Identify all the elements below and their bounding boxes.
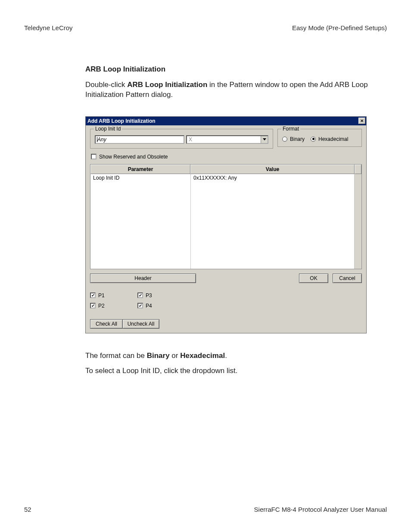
header-left: Teledyne LeCroy xyxy=(24,24,73,31)
format-group-label: Format xyxy=(281,126,300,132)
header-button[interactable]: Header xyxy=(90,274,196,283)
loop-init-id-text[interactable]: Any xyxy=(95,135,184,144)
loop-init-id-combo[interactable]: X xyxy=(186,135,268,144)
header-right: Easy Mode (Pre-Defined Setups) xyxy=(292,24,387,31)
loop-init-id-group-label: Loop Init Id xyxy=(94,126,122,132)
grid-scrollbar[interactable] xyxy=(355,174,361,269)
combo-placeholder: X xyxy=(189,137,192,143)
intro-paragraph: Double-click ARB Loop Initialization in … xyxy=(85,80,370,100)
grid-header-value[interactable]: Value xyxy=(190,165,355,174)
radio-binary-label: Binary xyxy=(290,136,305,142)
show-reserved-label: Show Reserved and Obsolete xyxy=(99,154,168,160)
label-p4: P4 xyxy=(146,303,152,309)
checkbox-p1[interactable] xyxy=(90,292,96,298)
ok-button[interactable]: OK xyxy=(299,274,328,283)
parameter-grid: Parameter Value Loop Init ID 0x11XXXXXX:… xyxy=(90,164,362,269)
format-note: The format can be Binary or Hexadecimal. xyxy=(85,351,370,361)
section-heading: ARB Loop Initialization xyxy=(85,65,370,74)
dialog-title: Add ARB Loop Initialization xyxy=(87,118,156,124)
checkbox-p2[interactable] xyxy=(90,303,96,308)
grid-cell-param[interactable]: Loop Init ID xyxy=(90,174,191,269)
dialog-titlebar: Add ARB Loop Initialization ✕ xyxy=(86,117,366,125)
format-group: Format Binary Hexadecimal xyxy=(277,129,362,147)
label-p1: P1 xyxy=(98,292,105,299)
label-p2: P2 xyxy=(98,303,105,309)
show-reserved-checkbox[interactable] xyxy=(91,154,97,159)
grid-cell-value[interactable]: 0x11XXXXXX: Any xyxy=(191,174,355,269)
close-icon[interactable]: ✕ xyxy=(358,118,365,124)
checkbox-p4[interactable] xyxy=(137,303,143,308)
check-all-button[interactable]: Check All xyxy=(90,319,123,329)
grid-header-parameter[interactable]: Parameter xyxy=(90,165,190,174)
page-number: 52 xyxy=(24,506,31,513)
ports-checkboxes: P1 P3 P2 P4 xyxy=(90,292,362,309)
cancel-button[interactable]: Cancel xyxy=(333,274,362,283)
radio-hexadecimal[interactable] xyxy=(311,137,316,142)
uncheck-all-button[interactable]: Uncheck All xyxy=(122,319,159,329)
chevron-down-icon[interactable] xyxy=(261,136,268,143)
footer-manual-title: SierraFC M8-4 Protocol Analyzer User Man… xyxy=(254,506,387,513)
checkbox-p3[interactable] xyxy=(137,292,143,298)
grid-header-scroll xyxy=(355,165,361,174)
radio-hexadecimal-label: Hexadecimal xyxy=(318,136,348,142)
radio-binary[interactable] xyxy=(282,137,287,142)
label-p3: P3 xyxy=(146,292,152,299)
loop-init-id-group: Loop Init Id Any X xyxy=(90,129,273,149)
add-arb-loop-init-dialog: Add ARB Loop Initialization ✕ Loop Init … xyxy=(85,116,367,333)
select-note: To select a Loop Init ID, click the drop… xyxy=(85,366,370,376)
